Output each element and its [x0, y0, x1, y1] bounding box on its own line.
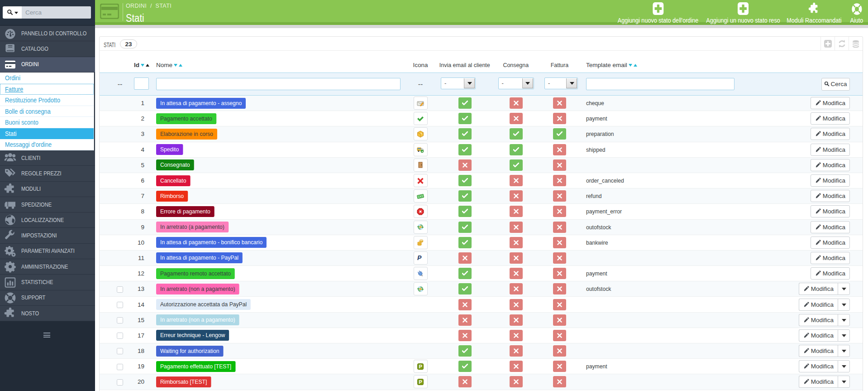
svg-text:P: P — [417, 254, 422, 261]
svg-text:P: P — [419, 379, 422, 385]
svg-text:P: P — [419, 364, 422, 369]
